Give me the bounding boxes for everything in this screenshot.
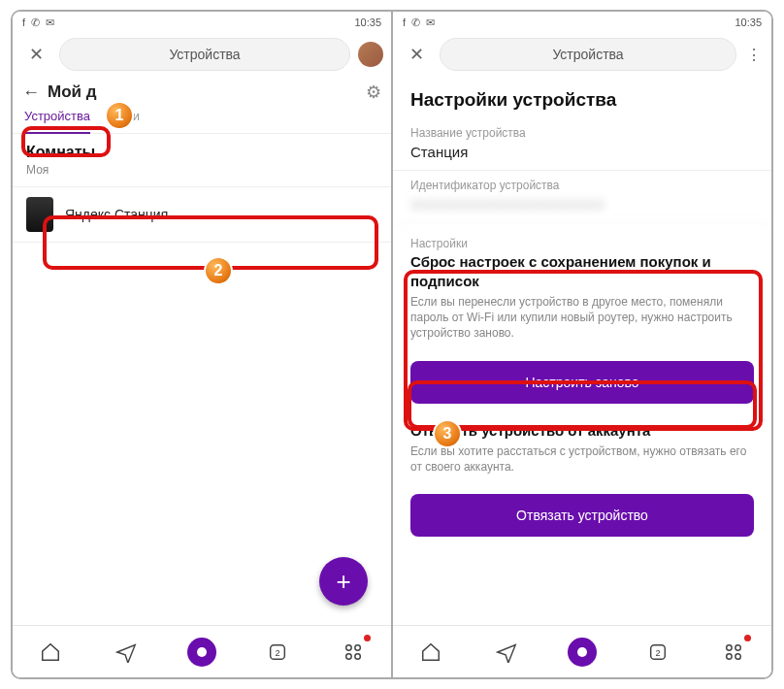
- svg-point-9: [735, 644, 741, 650]
- tab-devices[interactable]: Устройства: [24, 109, 90, 133]
- back-arrow-icon[interactable]: ←: [22, 82, 40, 103]
- top-bar: ✕ Устройства ⋮: [393, 33, 771, 76]
- mail-icon: ✉: [46, 16, 54, 29]
- clock: 10:35: [735, 16, 762, 28]
- device-name-label: Название устройства: [393, 118, 771, 144]
- avatar[interactable]: [358, 42, 383, 67]
- configure-again-button[interactable]: Настроить заново: [410, 361, 754, 404]
- unlink-device-button[interactable]: Отвязать устройство: [410, 494, 754, 537]
- nav-apps-icon[interactable]: [339, 638, 368, 667]
- device-label: Яндекс Станция: [65, 207, 168, 222]
- unlink-title: Отвязать устройство от аккаунта: [410, 421, 754, 441]
- right-screen: f ✆ ✉ 10:35 ✕ Устройства ⋮ Настройки уст…: [393, 12, 771, 677]
- page-header: ← Мой д ⚙: [13, 76, 391, 109]
- tabs: Устройства арии: [13, 109, 391, 134]
- svg-point-3: [355, 644, 361, 650]
- nav-alice-icon[interactable]: [187, 638, 216, 667]
- svg-point-8: [727, 644, 733, 650]
- nav-home-icon[interactable]: [36, 638, 65, 667]
- facebook-icon: f: [22, 16, 25, 28]
- search-title: Устройства: [169, 47, 240, 62]
- svg-point-11: [735, 653, 741, 659]
- nav-tabs-icon[interactable]: 2: [643, 638, 672, 667]
- svg-point-10: [727, 653, 733, 659]
- reset-section: Сброс настроек с сохранением покупок и п…: [393, 252, 771, 357]
- left-screen: f ✆ ✉ 10:35 ✕ Устройства ← Мой д ⚙ Устро…: [13, 12, 393, 677]
- bottom-nav: 2: [393, 625, 771, 677]
- tab-scenarios[interactable]: арии: [112, 109, 140, 133]
- device-id-value: XXXXXXXXXXXXXXXXXXXX: [393, 196, 771, 223]
- screenshot-container: f ✆ ✉ 10:35 ✕ Устройства ← Мой д ⚙ Устро…: [11, 10, 773, 679]
- svg-point-5: [355, 653, 361, 659]
- unlink-section: Отвязать устройство от аккаунта Если вы …: [393, 410, 771, 491]
- nav-apps-icon[interactable]: [719, 638, 748, 667]
- nav-tabs-icon[interactable]: 2: [263, 638, 292, 667]
- page-title: Мой д: [48, 82, 97, 102]
- search-title: Устройства: [552, 47, 623, 62]
- more-icon[interactable]: ⋮: [744, 46, 764, 64]
- svg-point-2: [346, 644, 352, 650]
- nav-alice-icon[interactable]: [568, 638, 597, 667]
- whatsapp-icon: ✆: [411, 16, 420, 29]
- clock: 10:35: [354, 16, 381, 28]
- search-field[interactable]: Устройства: [59, 38, 350, 71]
- close-icon[interactable]: ✕: [401, 44, 432, 65]
- top-bar: ✕ Устройства: [13, 33, 391, 76]
- search-field[interactable]: Устройства: [440, 38, 736, 71]
- svg-text:2: 2: [275, 647, 279, 657]
- facebook-icon: f: [403, 16, 406, 28]
- settings-heading: Настройки устройства: [393, 76, 771, 118]
- nav-send-icon[interactable]: [492, 638, 521, 667]
- bottom-nav: 2: [13, 625, 391, 677]
- mail-icon: ✉: [426, 16, 435, 29]
- nav-send-icon[interactable]: [112, 638, 141, 667]
- nav-home-icon[interactable]: [416, 638, 445, 667]
- status-bar: f ✆ ✉ 10:35: [13, 12, 391, 33]
- close-icon[interactable]: ✕: [20, 44, 51, 65]
- device-name-value[interactable]: Станция: [393, 144, 771, 171]
- reset-title: Сброс настроек с сохранением покупок и п…: [410, 252, 754, 290]
- status-bar: f ✆ ✉ 10:35: [393, 12, 771, 33]
- whatsapp-icon: ✆: [31, 16, 40, 29]
- device-id-label: Идентификатор устройства: [393, 171, 771, 196]
- gear-icon[interactable]: ⚙: [366, 82, 381, 103]
- speaker-icon: [26, 197, 53, 232]
- rooms-heading: Комнаты: [13, 134, 391, 163]
- device-row-yandex-station[interactable]: Яндекс Станция: [13, 186, 391, 243]
- reset-description: Если вы перенесли устройство в другое ме…: [410, 294, 754, 342]
- svg-point-4: [346, 653, 352, 659]
- rooms-subtext: Моя: [13, 163, 391, 186]
- svg-text:2: 2: [655, 647, 660, 657]
- settings-section-label: Настройки: [393, 223, 771, 252]
- add-button[interactable]: +: [319, 557, 368, 606]
- unlink-description: Если вы хотите расстаться с устройством,…: [410, 443, 754, 475]
